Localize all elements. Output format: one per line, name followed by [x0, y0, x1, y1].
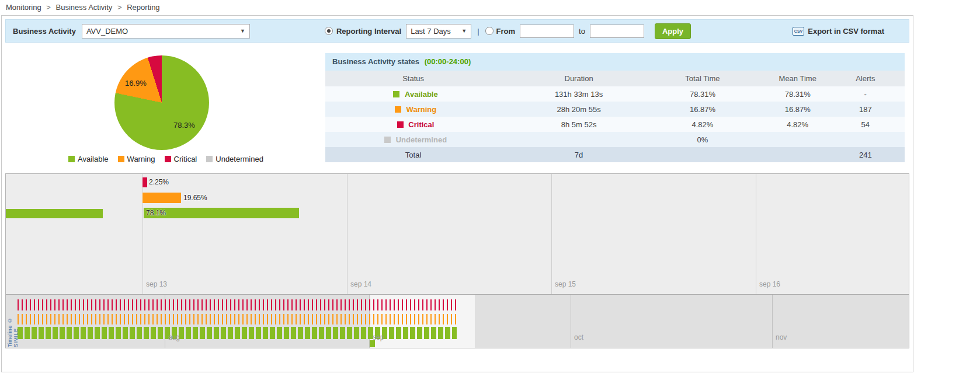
- toolbar-separator: |: [477, 27, 479, 36]
- legend-label: Available: [78, 155, 109, 163]
- col-duration-header: Duration: [501, 71, 656, 86]
- col-alerts-header: Alerts: [847, 71, 905, 86]
- from-date-input[interactable]: [520, 25, 574, 38]
- to-label: to: [579, 27, 585, 36]
- month-gridline: [571, 295, 571, 348]
- table-row-critical: Critical 8h 5m 52s 4.82% 4.82% 54: [325, 117, 905, 132]
- warning-ticks-row: [18, 314, 457, 324]
- day-axis-label: sep 15: [555, 280, 576, 288]
- legend-item-undetermined: Undetermined: [206, 155, 263, 163]
- states-table-area: Business Activity states (00:00-24:00) S…: [325, 53, 905, 170]
- to-date-input[interactable]: [590, 25, 644, 38]
- csv-icon: CSV: [793, 27, 804, 36]
- custom-period-radio[interactable]: [485, 27, 494, 35]
- legend-label: Critical: [174, 155, 197, 163]
- duration-cell: [501, 132, 656, 147]
- reporting-interval-radio[interactable]: [325, 27, 333, 35]
- total-time-cell: 16.87%: [656, 102, 749, 117]
- alerts-cell: 187: [847, 102, 905, 117]
- breadcrumb: Monitoring > Business Activity > Reporti…: [0, 0, 980, 15]
- timeline-detail-band[interactable]: 2.25% 19.65% 78.1% sep 13 sep 14 sep 15 …: [6, 174, 909, 294]
- total-alerts-cell: 241: [847, 147, 905, 162]
- breadcrumb-separator: >: [117, 3, 122, 12]
- states-table: Status Duration Total Time Mean Time Ale…: [325, 71, 905, 162]
- breadcrumb-item-reporting[interactable]: Reporting: [127, 3, 159, 12]
- status-swatch: [395, 106, 401, 113]
- mean-time-cell: 4.82%: [749, 117, 847, 132]
- breadcrumb-item-monitoring[interactable]: Monitoring: [6, 3, 41, 12]
- alerts-cell: -: [847, 86, 905, 102]
- total-total-time-cell: [656, 147, 749, 162]
- legend-item-warning: Warning: [118, 155, 155, 163]
- business-activity-label: Business Activity: [13, 27, 76, 36]
- reporting-interval-value: Last 7 Days: [411, 27, 451, 36]
- reporting-interval-select[interactable]: Last 7 Days ▼: [406, 24, 471, 39]
- available-event-label: 78.1%: [146, 209, 166, 217]
- timeline-widget: 2.25% 19.65% 78.1% sep 13 sep 14 sep 15 …: [5, 173, 909, 348]
- day-axis-label: sep 13: [146, 280, 167, 288]
- undetermined-swatch: [206, 156, 213, 162]
- business-activity-select[interactable]: AVV_DEMO ▼: [82, 24, 250, 39]
- duration-cell: 131h 33m 13s: [501, 86, 656, 102]
- legend-item-available: Available: [68, 155, 109, 163]
- breadcrumb-item-business-activity[interactable]: Business Activity: [56, 3, 113, 12]
- day-gridline: [551, 174, 552, 294]
- col-status-header: Status: [325, 71, 501, 86]
- available-swatch: [68, 156, 75, 162]
- col-total-time-header: Total Time: [656, 71, 749, 86]
- total-time-cell: 4.82%: [656, 117, 749, 132]
- available-event-bar-previous: [6, 209, 103, 218]
- reporting-panel: Business Activity AVV_DEMO ▼ Reporting I…: [1, 15, 913, 372]
- pie-label-warning: 16.9%: [125, 79, 147, 88]
- critical-swatch: [165, 156, 171, 162]
- pie-chart: [114, 55, 209, 150]
- title-text: Business Activity states: [332, 57, 419, 66]
- critical-event-bar: [143, 177, 147, 187]
- alerts-cell: [847, 132, 905, 147]
- timeline-credit: Timeline © SIMILE: [7, 297, 19, 347]
- status-label: Warning: [406, 105, 437, 114]
- pie-area: 16.9% 78.3% Available Warning Critical U: [5, 46, 325, 170]
- total-time-cell: 0%: [656, 132, 749, 147]
- table-row-undetermined: Undetermined 0%: [325, 132, 905, 147]
- export-csv-link[interactable]: CSV Export in CSV format: [793, 27, 884, 36]
- status-swatch: [397, 121, 404, 128]
- table-header-row: Status Duration Total Time Mean Time Ale…: [325, 71, 905, 86]
- total-time-cell: 78.31%: [656, 86, 749, 102]
- month-gridline: [772, 295, 773, 348]
- total-label: Total: [325, 147, 501, 162]
- day-axis-label: sep 14: [350, 280, 371, 288]
- filter-toolbar: Business Activity AVV_DEMO ▼ Reporting I…: [5, 19, 909, 43]
- status-label: Available: [405, 90, 438, 99]
- chevron-down-icon: ▼: [461, 28, 467, 34]
- mean-time-cell: 16.87%: [749, 102, 847, 117]
- available-ticks-row: [18, 327, 457, 339]
- table-row-available: Available 131h 33m 13s 78.31% 78.31% -: [325, 86, 905, 102]
- apply-button[interactable]: Apply: [655, 23, 691, 39]
- warning-event-bar: [143, 193, 181, 203]
- total-duration-cell: 7d: [501, 147, 656, 162]
- status-label: Critical: [408, 120, 434, 129]
- legend-label: Undetermined: [216, 155, 263, 163]
- critical-event-label: 2.25%: [149, 178, 169, 186]
- critical-ticks-row: [18, 299, 457, 310]
- legend-label: Warning: [127, 155, 155, 163]
- breadcrumb-separator: >: [46, 3, 51, 12]
- duration-cell: 8h 5m 52s: [501, 117, 656, 132]
- legend-item-critical: Critical: [165, 155, 197, 163]
- status-swatch: [384, 137, 391, 143]
- business-activity-value: AVV_DEMO: [86, 27, 128, 36]
- pie-legend: Available Warning Critical Undetermined: [29, 155, 303, 163]
- status-label: Undetermined: [396, 135, 447, 144]
- available-event-bar: [144, 208, 299, 218]
- states-table-title: Business Activity states (00:00-24:00): [325, 53, 905, 71]
- from-label: From: [496, 27, 516, 36]
- timeline-overview-band[interactable]: aug sep oct nov Timeline © SIMILE: [6, 294, 909, 348]
- status-swatch: [393, 91, 399, 97]
- mean-time-cell: [749, 132, 847, 147]
- total-mean-time-cell: [749, 147, 847, 162]
- mean-time-cell: 78.31%: [749, 86, 847, 102]
- day-axis-label: sep 16: [759, 280, 780, 288]
- content-row: 16.9% 78.3% Available Warning Critical U: [5, 46, 909, 170]
- table-row-total: Total 7d 241: [325, 147, 905, 162]
